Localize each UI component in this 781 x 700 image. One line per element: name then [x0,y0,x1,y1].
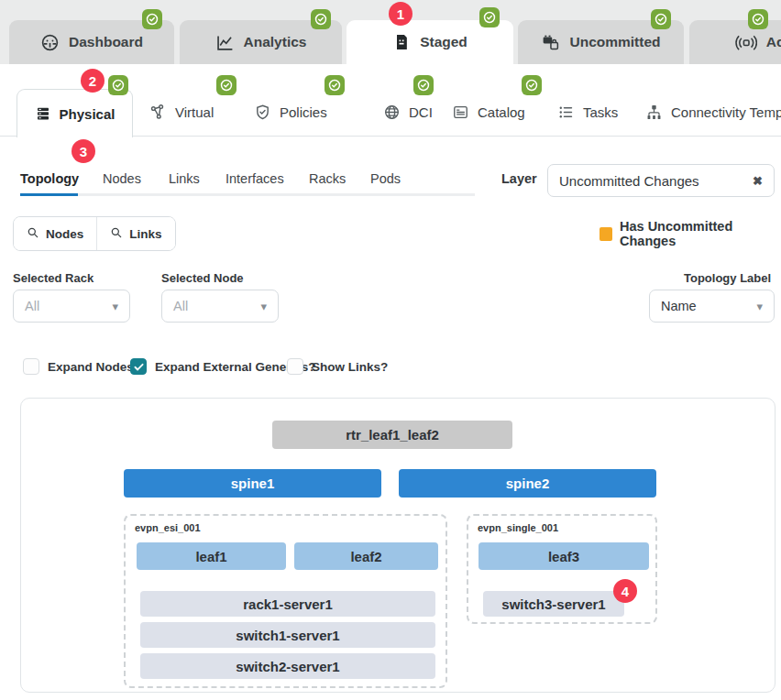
apstra-blueprint-window: Dashboard Analytics Staged [0,0,781,700]
subtab-policies[interactable]: Policies [254,101,327,123]
physical-viewtabs: 3 Topology Nodes Links Interfaces Racks … [0,137,781,206]
task-list-icon [557,104,575,121]
document-icon [392,33,411,51]
network-nodes-icon [149,104,167,121]
step-badge-3: 3 [72,139,95,163]
topology-canvas: rtr_leaf1_leaf2 spine1 spine2 evpn_esi_0… [20,398,776,693]
viewtab-pods[interactable]: Pods [370,171,401,186]
shield-check-icon [254,104,271,121]
step-badge-2: 2 [81,69,104,93]
chevron-down-icon: ▾ [756,300,763,313]
node-spine1[interactable]: spine1 [124,469,381,498]
uncommitted-legend: Has Uncommitted Changes [600,219,781,248]
subtab-label: Catalog [478,104,525,120]
rack-group-evpn-esi-001: evpn_esi_001 leaf1 leaf2 rack1-server1 s… [124,514,447,688]
subtab-label: Policies [280,104,327,120]
committed-check-badge [522,75,542,95]
subtab-physical[interactable]: Physical [16,89,133,137]
selected-rack-label: Selected Rack [13,271,94,285]
committed-check-badge [142,9,162,29]
selected-node-label: Selected Node [161,271,244,285]
blueprint-tabbar: Dashboard Analytics Staged [0,0,781,64]
node-switch1-server1[interactable]: switch1-server1 [140,622,435,648]
expand-nodes-checkbox[interactable]: Expand Nodes? [23,358,141,375]
committed-check-badge [413,75,434,95]
node-switch3-server1[interactable]: switch3-server1 [483,591,624,617]
search-icon [110,226,123,242]
line-chart-icon [215,33,235,52]
subtab-catalog[interactable]: Catalog [452,101,525,123]
viewtabs-track [20,193,475,196]
subtab-label: Virtual [175,104,214,120]
globe-icon [383,104,401,121]
node-leaf2[interactable]: leaf2 [294,542,438,570]
subtab-label: Physical [60,106,116,122]
chevron-down-icon: ▾ [112,300,118,313]
layer-label: Layer [501,171,537,186]
subtab-tasks[interactable]: Tasks [557,101,618,123]
subtab-dci[interactable]: DCI [383,101,433,123]
tab-label: Uncommitted [569,34,660,50]
server-rack-icon [35,105,51,122]
broadcast-icon [735,33,757,52]
subtab-label: Tasks [583,104,618,120]
committed-check-badge [216,75,236,95]
close-icon[interactable]: ✖ [753,174,763,188]
viewtab-links[interactable]: Links [169,171,200,186]
show-links-checkbox[interactable]: Show Links? [287,358,388,375]
node-rack1-server1[interactable]: rack1-server1 [140,591,435,617]
node-leaf3[interactable]: leaf3 [478,542,649,570]
node-external-router[interactable]: rtr_leaf1_leaf2 [272,421,512,449]
topology-label-select[interactable]: Name ▾ [649,290,775,323]
topology-label-label: Topology Label [684,271,771,285]
subtab-virtual[interactable]: Virtual [149,101,214,123]
viewtab-nodes[interactable]: Nodes [103,171,141,186]
node-switch2-server1[interactable]: switch2-server1 [140,653,435,679]
selected-node-select[interactable]: All ▾ [161,290,279,323]
rack-group-evpn-single-001: evpn_single_001 leaf3 switch3-server1 4 [467,514,657,624]
viewtabs-active-indicator [20,193,78,196]
button-label: Links [129,227,161,241]
step-badge-4: 4 [613,579,637,603]
node-spine2[interactable]: spine2 [399,469,656,498]
step-badge-1: 1 [389,2,412,26]
search-button-group: Nodes Links [13,216,176,251]
checkbox-unchecked-icon[interactable] [287,358,303,375]
checkbox-checked-icon[interactable] [130,358,147,375]
uncommitted-swatch-icon [600,227,612,241]
button-label: Nodes [46,227,83,241]
tab-label: Active [766,34,781,50]
committed-check-badge [651,9,671,29]
committed-check-badge [324,75,345,95]
layer-select-value: Uncommitted Changes [559,173,699,189]
selected-rack-select[interactable]: All ▾ [13,290,130,323]
tab-label: Dashboard [69,34,143,50]
node-leaf1[interactable]: leaf1 [137,542,286,570]
nodes-search-button[interactable]: Nodes [14,217,96,250]
viewtab-racks[interactable]: Racks [309,171,346,186]
subtab-label: DCI [409,104,433,120]
search-icon [27,226,39,242]
staged-subnav: Physical Virtual Policies [0,64,781,137]
committed-check-badge [108,75,128,95]
checkbox-label: Expand Nodes? [48,360,141,374]
rack-group-label: evpn_single_001 [478,522,558,533]
briefcase-lock-icon [541,33,560,52]
viewtab-interfaces[interactable]: Interfaces [226,171,284,186]
select-value: Name [661,299,697,313]
catalog-card-icon [452,104,469,121]
subtab-label: Connectivity Templates [671,104,781,120]
checkbox-label: Show Links? [312,360,388,374]
subtab-connectivity-templates[interactable]: Connectivity Templates [645,101,781,123]
tab-label: Analytics [244,34,307,50]
committed-check-badge [479,7,500,27]
checkbox-unchecked-icon[interactable] [23,358,39,375]
select-value: All [173,299,188,313]
select-value: All [25,299,39,313]
viewtab-topology[interactable]: Topology [20,171,79,186]
committed-check-badge [311,9,331,29]
links-search-button[interactable]: Links [96,217,174,250]
hierarchy-icon [645,104,663,121]
chevron-down-icon: ▾ [260,300,267,313]
layer-select[interactable]: Uncommitted Changes ✖ [547,164,775,197]
